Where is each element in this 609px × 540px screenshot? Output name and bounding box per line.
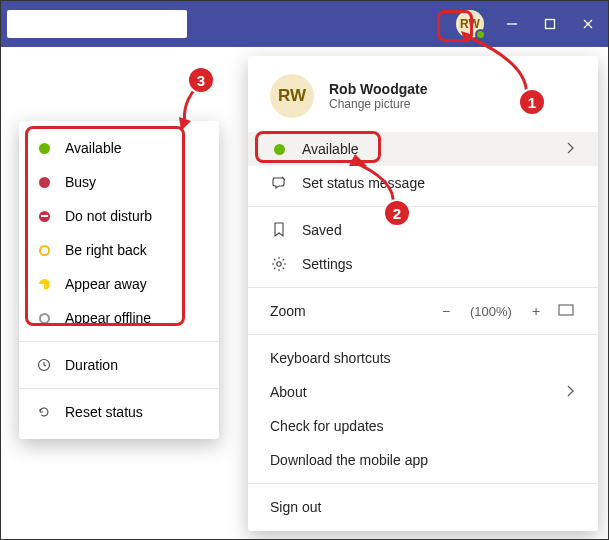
minimize-button[interactable] xyxy=(502,14,522,34)
available-icon xyxy=(37,143,51,154)
profile-header: RW Rob Woodgate Change picture xyxy=(248,56,598,132)
edit-message-icon xyxy=(270,175,288,191)
separator xyxy=(248,206,598,207)
download-label: Download the mobile app xyxy=(270,452,428,468)
title-bar: RW xyxy=(1,1,608,47)
updates-label: Check for updates xyxy=(270,418,384,434)
status-option-available[interactable]: Available xyxy=(19,131,219,165)
offline-icon xyxy=(37,313,51,324)
zoom-out-button[interactable]: − xyxy=(436,303,456,319)
busy-label: Busy xyxy=(65,174,96,190)
search-box[interactable] xyxy=(7,10,187,38)
profile-avatar-button[interactable]: RW xyxy=(456,10,484,38)
status-reset-item[interactable]: Reset status xyxy=(19,395,219,429)
bookmark-icon xyxy=(270,222,288,238)
reset-icon xyxy=(37,405,51,419)
svg-point-4 xyxy=(277,262,281,266)
dnd-label: Do not disturb xyxy=(65,208,152,224)
status-available-icon xyxy=(270,144,288,155)
reset-label: Reset status xyxy=(65,404,143,420)
separator xyxy=(248,483,598,484)
settings-label: Settings xyxy=(302,256,353,272)
separator xyxy=(248,287,598,288)
status-option-away[interactable]: Appear away xyxy=(19,267,219,301)
clock-icon xyxy=(37,358,51,372)
busy-icon xyxy=(37,177,51,188)
status-option-busy[interactable]: Busy xyxy=(19,165,219,199)
zoom-label: Zoom xyxy=(270,303,306,319)
avatar-large-initials: RW xyxy=(278,86,306,106)
dnd-icon xyxy=(37,211,51,222)
profile-name: Rob Woodgate xyxy=(329,81,428,97)
download-app-item[interactable]: Download the mobile app xyxy=(248,443,598,477)
away-icon xyxy=(37,279,51,290)
close-button[interactable] xyxy=(578,14,598,34)
keyboard-shortcuts-item[interactable]: Keyboard shortcuts xyxy=(248,341,598,375)
keyboard-label: Keyboard shortcuts xyxy=(270,350,391,366)
settings-item[interactable]: Settings xyxy=(248,247,598,281)
status-menu-item[interactable]: Available xyxy=(248,132,598,166)
chevron-right-icon xyxy=(566,384,576,400)
gear-icon xyxy=(270,256,288,272)
status-submenu: Available Busy Do not disturb Be right b… xyxy=(19,121,219,439)
about-item[interactable]: About xyxy=(248,375,598,409)
zoom-in-button[interactable]: + xyxy=(526,303,546,319)
fullscreen-icon[interactable] xyxy=(556,303,576,319)
status-option-brb[interactable]: Be right back xyxy=(19,233,219,267)
brb-label: Be right back xyxy=(65,242,147,258)
about-label: About xyxy=(270,384,307,400)
separator xyxy=(19,341,219,342)
away-label: Appear away xyxy=(65,276,147,292)
change-picture-link[interactable]: Change picture xyxy=(329,97,428,111)
zoom-row: Zoom − (100%) + xyxy=(248,294,598,328)
set-status-message-item[interactable]: Set status message xyxy=(248,166,598,200)
maximize-button[interactable] xyxy=(540,14,560,34)
status-option-dnd[interactable]: Do not disturb xyxy=(19,199,219,233)
status-option-offline[interactable]: Appear offline xyxy=(19,301,219,335)
avatar-large: RW xyxy=(270,74,314,118)
status-label: Available xyxy=(302,141,359,157)
saved-item[interactable]: Saved xyxy=(248,213,598,247)
set-status-label: Set status message xyxy=(302,175,425,191)
brb-icon xyxy=(37,245,51,256)
available-label: Available xyxy=(65,140,122,156)
separator xyxy=(248,334,598,335)
svg-rect-1 xyxy=(546,20,555,29)
check-updates-item[interactable]: Check for updates xyxy=(248,409,598,443)
saved-label: Saved xyxy=(302,222,342,238)
separator xyxy=(19,388,219,389)
signout-label: Sign out xyxy=(270,499,321,515)
svg-rect-5 xyxy=(559,305,573,315)
chevron-right-icon xyxy=(566,141,576,157)
status-duration-item[interactable]: Duration xyxy=(19,348,219,382)
offline-label: Appear offline xyxy=(65,310,151,326)
zoom-percent: (100%) xyxy=(466,304,516,319)
duration-label: Duration xyxy=(65,357,118,373)
presence-available-icon xyxy=(475,29,486,40)
profile-flyout: RW Rob Woodgate Change picture Available… xyxy=(248,56,598,531)
sign-out-item[interactable]: Sign out xyxy=(248,490,598,531)
